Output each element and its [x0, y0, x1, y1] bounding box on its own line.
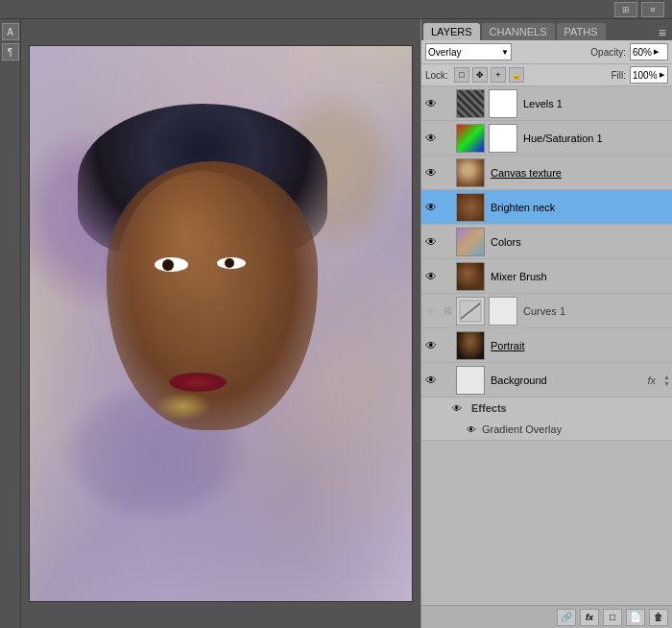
layer-thumbnail-levels — [456, 89, 485, 118]
layer-name: Mixer Brush — [487, 271, 670, 282]
left-toolbar: A ¶ — [0, 19, 21, 628]
lock-row: Lock: □ ✥ + 🔒 Fill: 100% ▶ — [421, 64, 672, 86]
delete-layer-button[interactable]: 🗑 — [649, 609, 668, 626]
panel-menu-icon[interactable]: ≡ — [655, 25, 670, 40]
canvas-area — [21, 19, 420, 628]
layers-list: 👁 Levels 1 👁 Hue/Saturatio — [421, 86, 672, 605]
layer-item[interactable]: 👁 Levels 1 — [421, 86, 672, 121]
new-layer-button[interactable]: 📄 — [626, 609, 645, 626]
blend-mode-row: Overlay ▼ Opacity: 60% ▶ — [421, 40, 672, 64]
lock-label: Lock: — [425, 70, 448, 81]
layer-name: Canvas texture — [487, 167, 670, 179]
effects-label-row: 👁 Effects — [421, 398, 672, 419]
gradient-overlay-eye[interactable]: 👁 — [465, 423, 478, 436]
layer-name: Levels 1 — [519, 98, 670, 109]
layer-thumbnail-canvas — [456, 158, 485, 187]
layer-visibility-eye[interactable]: 👁 — [423, 96, 439, 111]
layer-chain-link — [441, 166, 454, 180]
layer-item[interactable]: 👁 Canvas texture — [421, 156, 672, 190]
layer-thumbnail-background — [456, 366, 485, 395]
top-icon2: ≡ — [641, 2, 664, 17]
layer-name: Hue/Saturation 1 — [519, 133, 670, 144]
layer-visibility-eye[interactable]: 👁 — [423, 131, 439, 146]
lock-icons: □ ✥ + 🔒 — [454, 67, 524, 83]
opacity-input[interactable]: 60% ▶ — [630, 43, 668, 60]
layer-thumbnail-neck — [456, 193, 485, 222]
layer-item-selected[interactable]: 👁 Brighten neck — [421, 190, 672, 225]
layer-item[interactable]: 👁 Background fx ▲ ▼ — [421, 363, 672, 398]
tab-layers[interactable]: LAYERS — [423, 23, 480, 40]
layer-mask-hue — [489, 124, 517, 153]
layer-thumbnail-portrait — [456, 331, 485, 360]
layer-item[interactable]: 👁 Portrait — [421, 328, 672, 363]
layer-effects-group: 👁 Effects 👁 Gradient Overlay — [421, 398, 672, 441]
fill-label: Fill: — [611, 70, 626, 81]
layer-item[interactable]: 👁 Hue/Saturation 1 — [421, 121, 672, 156]
layer-item[interactable]: 👁 ⛓ Curves 1 — [421, 294, 672, 328]
opacity-label: Opacity: — [590, 47, 626, 58]
layer-chain-link — [441, 97, 454, 110]
portrait-eye-left — [155, 257, 188, 272]
layer-name: Background — [487, 374, 646, 386]
portrait-lips — [169, 373, 227, 392]
add-mask-button[interactable]: □ — [603, 609, 622, 626]
layer-item[interactable]: 👁 Colors — [421, 225, 672, 259]
layer-thumbnail-colors — [456, 228, 485, 256]
gradient-overlay-item[interactable]: 👁 Gradient Overlay — [421, 419, 672, 440]
gradient-overlay-name: Gradient Overlay — [482, 423, 562, 435]
effects-eye[interactable]: 👁 — [450, 401, 464, 415]
add-fx-button[interactable]: fx — [580, 609, 599, 626]
layer-chain-link — [441, 201, 454, 214]
artwork-canvas — [29, 45, 413, 602]
layer-chain-link — [441, 132, 454, 145]
face-highlight — [116, 171, 289, 382]
layer-visibility-eye[interactable]: 👁 — [423, 269, 439, 284]
layer-mask-levels — [489, 89, 517, 118]
layer-visibility-eye[interactable]: 👁 — [423, 234, 439, 250]
panel-bottom-bar: 🔗 fx □ 📄 🗑 — [421, 605, 672, 628]
layer-thumbnail-hue — [456, 124, 485, 153]
blend-mode-select[interactable]: Overlay ▼ — [425, 43, 512, 60]
layer-visibility-eye[interactable]: 👁 — [423, 338, 439, 353]
layer-mask-curves — [489, 297, 517, 326]
layer-name: Portrait — [487, 340, 670, 351]
layer-name: Colors — [487, 236, 670, 248]
tab-paths[interactable]: PATHS — [557, 23, 606, 40]
layer-chain-link — [441, 374, 454, 387]
layer-chain-link — [441, 235, 454, 249]
layer-visibility-eye[interactable]: 👁 — [423, 200, 439, 215]
top-icon: ⊞ — [614, 2, 637, 17]
panel-tabs: LAYERS CHANNELS PATHS ≡ — [421, 19, 672, 40]
layer-visibility-eye[interactable]: 👁 — [423, 165, 439, 181]
lock-image[interactable]: ✥ — [472, 67, 488, 83]
layer-chain-icon: ⛓ — [441, 304, 454, 318]
layer-chain-link — [441, 339, 454, 352]
layer-item[interactable]: 👁 Mixer Brush — [421, 259, 672, 294]
new-group-button[interactable]: 🔗 — [557, 609, 576, 626]
tab-channels[interactable]: CHANNELS — [482, 23, 555, 40]
tool-type[interactable]: A — [2, 23, 19, 40]
layers-panel: LAYERS CHANNELS PATHS ≡ Overlay ▼ Opacit… — [420, 19, 672, 628]
chin-highlight — [155, 392, 212, 421]
layer-thumbnail-mixer — [456, 262, 485, 291]
layer-visibility-eye[interactable]: 👁 — [423, 303, 439, 319]
effects-label: Effects — [468, 402, 507, 414]
lock-all[interactable]: 🔒 — [509, 67, 524, 83]
layer-chain-link — [441, 270, 454, 283]
layer-visibility-eye[interactable]: 👁 — [423, 373, 439, 388]
lock-transparent[interactable]: □ — [454, 67, 469, 83]
portrait-eye-right — [217, 257, 246, 269]
layer-thumbnail-curves — [456, 297, 485, 326]
lock-position[interactable]: + — [491, 67, 506, 83]
fill-input[interactable]: 100% ▶ — [630, 66, 668, 84]
layer-name: Brighten neck — [487, 202, 670, 213]
scroll-arrows: ▲ ▼ — [663, 374, 670, 387]
layer-name: Curves 1 — [519, 305, 670, 317]
layer-fx-icon: fx — [648, 374, 657, 386]
tool-paragraph[interactable]: ¶ — [2, 43, 19, 60]
